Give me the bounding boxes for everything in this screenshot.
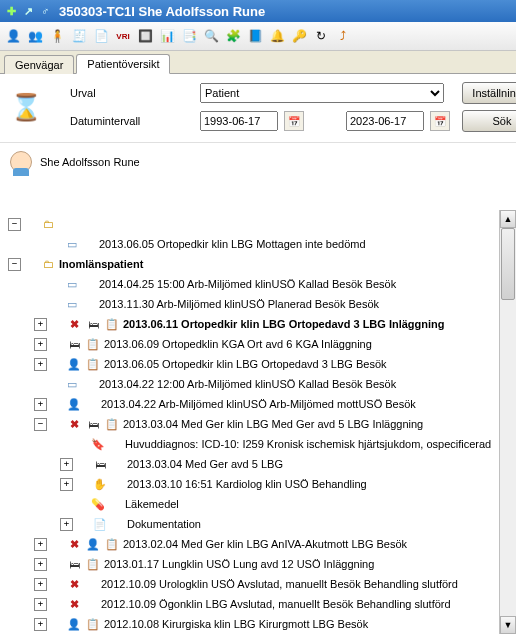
- tree-row[interactable]: + 📄 Dokumentation: [8, 514, 514, 534]
- bed-icon: 🛏: [85, 317, 101, 331]
- settings-button[interactable]: Inställningar: [462, 82, 516, 104]
- expander-icon[interactable]: +: [60, 478, 73, 491]
- expander-icon[interactable]: +: [34, 578, 47, 591]
- tab-strip: Genvägar Patientöversikt: [0, 51, 516, 74]
- folder-icon: 🗀: [40, 257, 56, 271]
- scroll-thumb[interactable]: [501, 228, 515, 300]
- tree-row[interactable]: 🔖 Huvuddiagnos: ICD-10: I259 Kronisk isc…: [8, 434, 514, 454]
- tree-row[interactable]: + 🛏 📋 2013.06.09 Ortopedklin KGA Ort avd…: [8, 334, 514, 354]
- pill-icon: 💊: [90, 497, 106, 511]
- person-icon: 👤: [66, 397, 82, 411]
- tree-row[interactable]: 💊 Läkemedel: [8, 494, 514, 514]
- clipboard-icon: 📋: [104, 317, 120, 331]
- urval-select[interactable]: Patient: [200, 83, 444, 103]
- toolbar-btn-5[interactable]: 📄: [92, 27, 110, 45]
- document-icon: 📄: [92, 517, 108, 531]
- expander-icon[interactable]: +: [34, 598, 47, 611]
- expander-icon[interactable]: −: [8, 218, 21, 231]
- vertical-scrollbar[interactable]: ▲ ▼: [499, 210, 516, 634]
- toolbar-btn-11[interactable]: 🧩: [224, 27, 242, 45]
- window-title-bar: ✚ ↗ ♂ 350303-TC1I She Adolfsson Rune: [0, 0, 516, 22]
- tab-patient-overview[interactable]: Patientöversikt: [76, 54, 170, 74]
- expander-icon[interactable]: +: [34, 318, 47, 331]
- cancel-icon: ✖: [66, 537, 82, 551]
- date-from-input[interactable]: [200, 111, 278, 131]
- toolbar-btn-10[interactable]: 🔍: [202, 27, 220, 45]
- toolbar-btn-13[interactable]: 🔔: [268, 27, 286, 45]
- scroll-up-icon[interactable]: ▲: [500, 210, 516, 228]
- tree-row[interactable]: ▭ 2013.11.30 Arb-Miljömed klinUSÖ Planer…: [8, 294, 514, 314]
- cancel-icon: ✖: [66, 597, 82, 611]
- expander-icon[interactable]: +: [34, 398, 47, 411]
- tree-row[interactable]: + 🛏 📋 2013.01.17 Lungklin USÖ Lung avd 1…: [8, 554, 514, 574]
- cancel-icon: ✖: [66, 317, 82, 331]
- bed-icon: 🛏: [85, 417, 101, 431]
- title-icon-link: ↗: [21, 4, 35, 18]
- note-icon: ▭: [64, 377, 80, 391]
- expander-icon[interactable]: +: [34, 538, 47, 551]
- toolbar-btn-3[interactable]: 🧍: [48, 27, 66, 45]
- date-to-calendar-icon[interactable]: 📅: [430, 111, 450, 131]
- events-tree: − 🗀 ▭ 2013.06.05 Ortopedkir klin LBG Mot…: [0, 210, 516, 634]
- tree-row[interactable]: + ✋ 2013.03.10 16:51 Kardiolog klin USÖ …: [8, 474, 514, 494]
- date-to-input[interactable]: [346, 111, 424, 131]
- toolbar-btn-8[interactable]: 📊: [158, 27, 176, 45]
- title-icon-plus: ✚: [4, 4, 18, 18]
- title-icon-gender: ♂: [38, 4, 52, 18]
- tree-row[interactable]: + 👤 📋 2012.10.08 Kirurgiska klin LBG Kir…: [8, 614, 514, 634]
- bed-icon: 🛏: [66, 337, 82, 351]
- person-icon: 👤: [66, 617, 82, 631]
- toolbar-btn-4[interactable]: 🧾: [70, 27, 88, 45]
- tree-row[interactable]: + ✖ 2012.10.09 Urologklin USÖ Avslutad, …: [8, 574, 514, 594]
- clipboard-icon: 📋: [85, 337, 101, 351]
- tree-row[interactable]: ▭ 2013.06.05 Ortopedkir klin LBG Mottage…: [8, 234, 514, 254]
- expander-icon[interactable]: +: [60, 518, 73, 531]
- date-from-calendar-icon[interactable]: 📅: [284, 111, 304, 131]
- toolbar-btn-1[interactable]: 👤: [4, 27, 22, 45]
- cancel-icon: ✖: [66, 417, 82, 431]
- expander-icon[interactable]: +: [34, 358, 47, 371]
- bed-icon: 🛏: [92, 457, 108, 471]
- scroll-track[interactable]: [500, 228, 516, 616]
- toolbar-btn-15[interactable]: ↻: [312, 27, 330, 45]
- scroll-down-icon[interactable]: ▼: [500, 616, 516, 634]
- tag-icon: 🔖: [90, 437, 106, 451]
- tree-row[interactable]: + ✖ 👤 📋 2013.02.04 Med Ger klin LBG AnIV…: [8, 534, 514, 554]
- expander-icon[interactable]: +: [60, 458, 73, 471]
- tree-row[interactable]: − ✖ 🛏 📋 2013.03.04 Med Ger klin LBG Med …: [8, 414, 514, 434]
- note-icon: ▭: [64, 237, 80, 251]
- search-button[interactable]: Sök: [462, 110, 516, 132]
- toolbar-btn-7[interactable]: 🔲: [136, 27, 154, 45]
- window-title: 350303-TC1I She Adolfsson Rune: [59, 4, 265, 19]
- expander-icon[interactable]: +: [34, 338, 47, 351]
- date-range-label: Datumintervall: [70, 115, 190, 127]
- tree-row[interactable]: + 👤 📋 2013.06.05 Ortopedkir klin LBG Ort…: [8, 354, 514, 374]
- tree-group[interactable]: − 🗀 Inomlänspatient: [8, 254, 514, 274]
- tree-root-1[interactable]: − 🗀: [8, 214, 514, 234]
- note-icon: ▭: [64, 297, 80, 311]
- patient-avatar-icon: [10, 151, 32, 173]
- tree-row[interactable]: + 👤 2013.04.22 Arb-Miljömed klinUSÖ Arb-…: [8, 394, 514, 414]
- toolbar-btn-16[interactable]: ⤴: [334, 27, 352, 45]
- person-icon: 👤: [66, 357, 82, 371]
- toolbar-btn-9[interactable]: 📑: [180, 27, 198, 45]
- tree-row[interactable]: + 🛏 2013.03.04 Med Ger avd 5 LBG: [8, 454, 514, 474]
- tree-row[interactable]: + ✖ 🛏 📋 2013.06.11 Ortopedkir klin LBG O…: [8, 314, 514, 334]
- expander-icon[interactable]: +: [34, 558, 47, 571]
- tab-shortcuts[interactable]: Genvägar: [4, 55, 74, 74]
- patient-header: She Adolfsson Rune: [0, 143, 516, 177]
- toolbar-btn-vri[interactable]: VRI: [114, 27, 132, 45]
- tree-row[interactable]: + ✖ 2012.10.09 Ögonklin LBG Avslutad, ma…: [8, 594, 514, 614]
- search-panel: ⌛ Urval Patient Inställningar Datuminter…: [0, 74, 516, 143]
- expander-icon[interactable]: −: [34, 418, 47, 431]
- tree-row[interactable]: ▭ 2013.04.22 12:00 Arb-Miljömed klinUSÖ …: [8, 374, 514, 394]
- hand-icon: ✋: [92, 477, 108, 491]
- expander-icon[interactable]: −: [8, 258, 21, 271]
- patient-name: She Adolfsson Rune: [40, 156, 140, 168]
- toolbar-btn-14[interactable]: 🔑: [290, 27, 308, 45]
- expander-icon[interactable]: +: [34, 618, 47, 631]
- cancel-icon: ✖: [66, 577, 82, 591]
- toolbar-btn-2[interactable]: 👥: [26, 27, 44, 45]
- toolbar-btn-12[interactable]: 📘: [246, 27, 264, 45]
- tree-row[interactable]: ▭ 2014.04.25 15:00 Arb-Miljömed klinUSÖ …: [8, 274, 514, 294]
